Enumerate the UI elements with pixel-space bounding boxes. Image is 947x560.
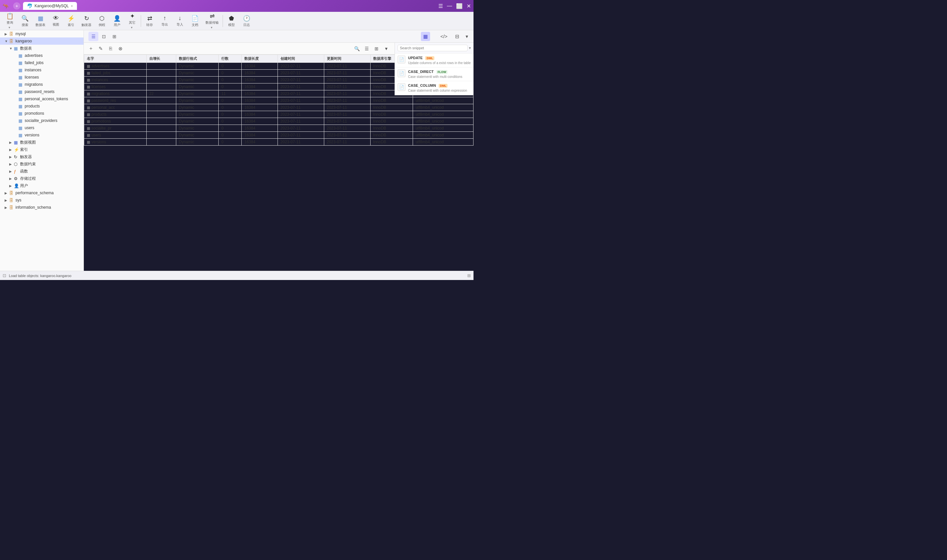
search-button[interactable]: 🔍 搜索 <box>18 14 32 29</box>
snippet-item[interactable]: 📄 CASE_COLUMN DML Case statementt with c… <box>395 81 473 95</box>
constraints-icon: ⬡ <box>14 162 19 167</box>
structure-view-button[interactable]: ⊟ <box>453 32 462 41</box>
table-toolbar-dropdown[interactable]: ▾ <box>382 45 391 53</box>
status-left-icon[interactable]: ⊡ <box>3 273 6 278</box>
sidebar-item-promotions[interactable]: ▦ promotions <box>0 110 83 117</box>
user-button[interactable]: 👤 用户 <box>110 14 124 29</box>
add-tab-button[interactable]: + <box>13 2 20 9</box>
export-label: 导出 <box>162 22 168 27</box>
snippet-item-badge: DML <box>439 84 448 88</box>
tab-er-view[interactable]: ⊡ <box>99 32 109 41</box>
procedure-button[interactable]: ⬡ 例程 <box>95 14 109 29</box>
edit-table-button[interactable]: ✎ <box>96 45 105 53</box>
table-grid-view-button[interactable]: ⊞ <box>372 45 381 53</box>
minimize-button[interactable]: — <box>447 3 452 9</box>
table-row[interactable]: ▦promotions Dynamic 0 16384 2023-07-11 2… <box>84 118 473 125</box>
other-button[interactable]: ✦ 其它 ▾ <box>125 11 139 31</box>
sidebar-item-information-schema[interactable]: ▶ 🗄 information_schema <box>0 204 83 211</box>
sidebar-item-advertises[interactable]: ▦ advertises <box>0 52 83 59</box>
snippet-item[interactable]: 📄 CASE_DIRECT FLOW Case statementt with … <box>395 68 473 81</box>
delete-table-button[interactable]: ⊗ <box>116 45 125 53</box>
functions-icon: ƒ <box>14 169 19 174</box>
sidebar-item-personal-access-tokens[interactable]: ▦ personal_access_tokens <box>0 95 83 103</box>
model-button[interactable]: ⬟ 模型 <box>224 14 239 29</box>
table-row[interactable]: ▦versions Dynamic 0 16384 2023-07-11 202… <box>84 139 473 146</box>
sidebar-item-users[interactable]: ▦ users <box>0 124 83 131</box>
table-view-active[interactable]: ▦ <box>421 32 430 41</box>
table-row[interactable]: ▦socialite_pr Dynamic 0 16384 2023-07-11… <box>84 125 473 132</box>
query-label: 查询 <box>6 20 13 25</box>
table-label: 数据表 <box>35 23 45 27</box>
tab-grid-view[interactable]: ⊞ <box>109 32 119 41</box>
sidebar-item-views[interactable]: ▶ ▦ 数据视图 <box>0 139 83 146</box>
log-button[interactable]: 🕐 日志 <box>239 14 254 29</box>
cell-updated: 2023-07-11 <box>324 70 370 77</box>
sidebar-item-versions[interactable]: ▦ versions <box>0 131 83 139</box>
snippet-items: 📄 UPDATE DML Update columns of a exist r… <box>395 54 473 95</box>
cell-data-length: 16384 <box>242 111 278 118</box>
snippet-item[interactable]: 📄 UPDATE DML Update columns of a exist r… <box>395 54 473 68</box>
data-transfer-button[interactable]: ⇌ 数据传输 ▾ <box>203 11 221 31</box>
sidebar-item-mysql[interactable]: ▶ 🗄 mysql <box>0 30 83 37</box>
cell-rows: 0 <box>219 139 242 146</box>
sidebar-item-failed-jobs[interactable]: ▦ failed_jobs <box>0 59 83 66</box>
cell-data-length: 16384 <box>242 83 278 90</box>
table-row[interactable]: ▦password_res Dynamic 0 16384 2023-07-11… <box>84 97 473 104</box>
table-row[interactable]: ▦products Dynamic 0 16384 2023-07-11 202… <box>84 111 473 118</box>
kangaroo-label: kangaroo <box>15 39 32 43</box>
views-icon: ▦ <box>14 140 19 145</box>
sidebar-item-migrations[interactable]: ▦ migrations <box>0 81 83 88</box>
doc-button[interactable]: 📄 文档 <box>188 14 202 29</box>
snippet-item-content: UPDATE DML Update columns of a exist row… <box>408 55 471 65</box>
index-button[interactable]: ⚡ 索引 <box>64 14 78 29</box>
transfer-button[interactable]: ⇄ 转存 <box>142 14 157 29</box>
table-search-icon[interactable]: 🔍 <box>353 45 361 53</box>
code-view-button[interactable]: </> <box>439 32 448 41</box>
functions-label: 函数 <box>20 169 28 174</box>
sidebar-item-socialite-providers[interactable]: ▦ socialite_providers <box>0 117 83 124</box>
table-row[interactable]: ▦personal_acc Dynamic 0 16384 2023-07-11… <box>84 104 473 111</box>
tab-close-button[interactable]: × <box>71 4 73 8</box>
sidebar-item-licenses[interactable]: ▦ licenses <box>0 74 83 81</box>
col-auto-inc: 自增长 <box>146 55 176 63</box>
export-button[interactable]: ↑ 导出 <box>157 14 172 28</box>
trigger-button[interactable]: ↻ 触发器 <box>79 14 94 29</box>
sidebar-item-functions[interactable]: ▶ ƒ 函数 <box>0 168 83 175</box>
sidebar-item-password-resets[interactable]: ▦ password_resets <box>0 88 83 95</box>
status-message: Load table objects: kangaroo.kangaroo <box>9 274 71 278</box>
view-label: 视图 <box>52 22 59 27</box>
table-list-view-button[interactable]: ☰ <box>362 45 371 53</box>
sidebar-item-tables-group[interactable]: ▼ ▦ 数据表 <box>0 45 83 52</box>
cell-row-format: Dynamic <box>176 70 218 77</box>
triggers-arrow: ▶ <box>9 155 14 159</box>
status-right-icon[interactable]: ⊞ <box>467 273 471 278</box>
cell-rows: 11 <box>219 90 242 97</box>
sidebar-item-constraints[interactable]: ▶ ⬡ 数据约束 <box>0 160 83 168</box>
sidebar-item-kangaroo[interactable]: ▼ 🗄 kangaroo <box>0 37 83 45</box>
menu-icon[interactable]: ☰ <box>438 3 443 9</box>
add-table-button[interactable]: ＋ <box>86 45 95 53</box>
sidebar-item-indexes[interactable]: ▶ ⚡ 索引 <box>0 146 83 153</box>
copy-table-button[interactable]: ⎘ <box>106 45 115 53</box>
sidebar-item-sys[interactable]: ▶ 🗄 sys <box>0 197 83 204</box>
import-button[interactable]: ↓ 导入 <box>172 14 187 28</box>
sidebar-item-products[interactable]: ▦ products <box>0 103 83 110</box>
sidebar-item-triggers[interactable]: ▶ ↻ 触发器 <box>0 153 83 160</box>
snippet-dropdown-icon[interactable]: ▾ <box>469 46 471 50</box>
table-button[interactable]: ▦ 数据表 <box>33 14 48 29</box>
tab-list-view[interactable]: ☰ <box>88 32 98 41</box>
dropdown-button[interactable]: ▾ <box>462 32 471 41</box>
snippet-search-input[interactable] <box>397 45 468 51</box>
restore-button[interactable]: ⬜ <box>456 3 463 9</box>
trigger-icon: ↻ <box>84 15 89 22</box>
active-tab[interactable]: 🐬 Kangaroo@MySQL × <box>23 2 77 10</box>
sidebar-item-instances[interactable]: ▦ instances <box>0 66 83 74</box>
sidebar-item-performance-schema[interactable]: ▶ 🗄 performance_schema <box>0 189 83 197</box>
close-button[interactable]: ✕ <box>467 3 471 9</box>
sidebar-item-db-users[interactable]: ▶ 👤 用户 <box>0 182 83 189</box>
view-button[interactable]: 👁 视图 <box>49 14 63 28</box>
table-row[interactable]: ▦users Dynamic 0 16384 2023-07-11 2023-0… <box>84 132 473 139</box>
sidebar-item-stored-procs[interactable]: ▶ ⚙ 存储过程 <box>0 175 83 182</box>
query-button[interactable]: 📋 查询 ▾ <box>3 11 17 31</box>
cell-updated: 2023-07-11 <box>324 63 370 70</box>
